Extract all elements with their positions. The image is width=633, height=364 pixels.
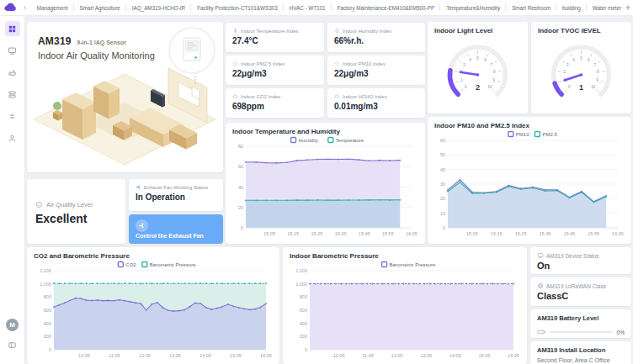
install-location-value: Second Floor, Area C Office <box>537 357 625 363</box>
svg-text:15:15: 15:15 <box>491 231 503 236</box>
network-server-icon[interactable] <box>5 87 20 102</box>
devices-icon[interactable] <box>5 43 20 58</box>
top-navigation-bar: ManagementSmart AgricultureIAQ_AM319-HCH… <box>0 0 633 16</box>
svg-text:7: 7 <box>490 63 492 67</box>
dashboard-icon[interactable] <box>5 21 20 36</box>
svg-text:7: 7 <box>593 63 596 67</box>
svg-text:9: 9 <box>596 78 598 82</box>
tab-iaq-am319-hcho-ir[interactable]: IAQ_AM319-HCHO-IR <box>126 0 191 15</box>
fan-status-card: Exhaust Fan Working Status In Operation <box>129 179 223 211</box>
svg-text:1,200: 1,200 <box>40 268 51 273</box>
svg-text:15:25: 15:25 <box>515 231 527 236</box>
svg-text:3: 3 <box>567 63 569 67</box>
tile-indoor-pm25: Indoor PM2.5 Index 22μg/m3 <box>226 55 324 85</box>
tab-temperature-humidity[interactable]: Temperature&Humidity <box>440 0 506 15</box>
tab-building[interactable]: building <box>556 0 587 15</box>
battery-progress-track <box>550 331 613 333</box>
panel-toggle-icon[interactable] <box>5 337 20 352</box>
svg-text:5: 5 <box>580 56 582 61</box>
device-status-card: AM319 Device Status On <box>530 247 631 274</box>
chart-title: Indoor PM10 and PM2.5 Index <box>434 122 625 129</box>
svg-text:9: 9 <box>492 78 495 82</box>
svg-text:4: 4 <box>469 58 471 62</box>
svg-text:1,000: 1,000 <box>40 282 51 287</box>
tile-label: Indoor PM2.5 Index <box>241 61 285 66</box>
tab-facility-protection-ct101-ws303[interactable]: Facility Protection-CT101&WS303 <box>191 0 284 15</box>
tab-factory-maintenance-em410-em500-pp[interactable]: Factory Maintenance-EM410&EM500-PP <box>332 0 441 15</box>
svg-text:14:05: 14:05 <box>449 353 461 358</box>
device-status-label: AM319 Device Status <box>546 253 599 259</box>
svg-text:60: 60 <box>238 164 243 169</box>
tile-indoor-temperature: Indoor Temperature Index 27.4°C <box>226 23 324 52</box>
tile-label: Indoor PM10 Index <box>343 61 386 66</box>
svg-text:15:55: 15:55 <box>382 231 394 236</box>
gauge-title: Indoor Light Level <box>434 27 521 34</box>
sensor-model-title: AM319 <box>38 35 72 47</box>
svg-text:13:05: 13:05 <box>420 353 432 358</box>
hero-caption: Indoor Air Quality Monitoring <box>38 50 155 61</box>
fan-status-value: In Operation <box>136 193 216 202</box>
chevron-left-icon[interactable] <box>22 3 29 12</box>
tile-indoor-humidity: Indoor Humidity Index 66%r.h. <box>327 23 425 52</box>
svg-text:800: 800 <box>44 294 51 299</box>
cloud-logo[interactable] <box>0 3 22 13</box>
tile-label: Indoor Temperature Index <box>241 29 299 34</box>
barometric-chart: 02004006008001,0001,20010:0511:0512:0513… <box>290 260 520 360</box>
tile-value: 22μg/m3 <box>334 69 418 78</box>
iaq-hero-card: AM319 9-in-1 IAQ Sensor Indoor Air Quali… <box>27 22 223 172</box>
gateway-icon[interactable] <box>5 65 20 80</box>
chart-title: Indoor Barometric Pressure <box>290 252 520 260</box>
temp-humidity-chart-card: Indoor Temperature and Humidity 02040608… <box>226 123 425 244</box>
add-dashboard-button[interactable] <box>622 2 633 13</box>
tab-water-meter[interactable]: Water meter <box>587 0 622 15</box>
fan-icon <box>136 184 141 190</box>
svg-text:8: 8 <box>493 70 496 74</box>
install-location-card: AM319 Install Location Second Floor, Are… <box>530 341 631 364</box>
user-icon[interactable] <box>5 130 20 145</box>
svg-text:1,200: 1,200 <box>295 268 307 273</box>
user-avatar[interactable]: M <box>6 319 19 331</box>
tab-management[interactable]: Management <box>31 0 74 15</box>
svg-text:600: 600 <box>44 308 51 313</box>
air-quality-value: Excellent <box>35 212 117 225</box>
tab-smart-restroom[interactable]: Smart Restroom <box>506 0 556 15</box>
svg-text:Temperature: Temperature <box>336 138 364 143</box>
co2-pressure-chart: 02004006008001,0001,20010:0511:0512:0513… <box>34 260 273 360</box>
cloud-icon <box>232 93 238 99</box>
fan-button-label: Control the Exhaust Fan <box>136 233 216 239</box>
chart-title: CO2 and Barometric Pressure <box>34 252 273 260</box>
svg-text:15:05: 15:05 <box>263 231 275 236</box>
svg-text:PM10: PM10 <box>516 132 529 137</box>
svg-text:Barometric Pressure: Barometric Pressure <box>390 262 436 267</box>
tvoc-level-gauge-card: Indoor TVOC lEVEL 0123456789101 <box>531 22 631 113</box>
tile-indoor-pm10: Indoor PM10 Index 22μg/m3 <box>327 55 425 85</box>
svg-text:15:05: 15:05 <box>479 353 491 358</box>
automation-icon[interactable] <box>5 108 20 124</box>
barometric-chart-card: Indoor Barometric Pressure 0200400600800… <box>283 247 527 364</box>
svg-text:20: 20 <box>238 205 243 210</box>
tab-hvac-wt101[interactable]: HVAC - WT101 <box>284 0 332 15</box>
svg-text:16:05: 16:05 <box>260 353 272 358</box>
sidebar-menu <box>5 21 20 152</box>
tile-label: Indoor CO2 Index <box>241 94 280 99</box>
light-level-gauge: 0123456789102 <box>434 34 521 107</box>
svg-text:15:05: 15:05 <box>230 353 242 358</box>
control-exhaust-fan-button[interactable]: Control the Exhaust Fan <box>129 214 223 244</box>
monitor-icon <box>537 252 544 259</box>
svg-text:Humidity: Humidity <box>299 138 318 143</box>
svg-text:13:05: 13:05 <box>169 353 181 358</box>
svg-text:30: 30 <box>440 182 445 187</box>
svg-text:400: 400 <box>44 321 51 326</box>
pm-particles-icon <box>334 61 340 66</box>
pm-chart-card: Indoor PM10 and PM2.5 Index 010203040506… <box>428 117 631 244</box>
svg-text:1: 1 <box>579 83 583 92</box>
tab-smart-agriculture[interactable]: Smart Agriculture <box>74 0 126 15</box>
svg-text:0: 0 <box>305 347 307 352</box>
svg-text:4: 4 <box>572 58 575 62</box>
tile-value: 698ppm <box>232 102 317 111</box>
svg-text:8: 8 <box>597 70 599 74</box>
globe-icon <box>537 282 544 289</box>
svg-text:50: 50 <box>440 152 445 157</box>
svg-text:15:45: 15:45 <box>563 231 575 236</box>
light-level-gauge-card: Indoor Light Level 0123456789102 <box>428 22 528 113</box>
